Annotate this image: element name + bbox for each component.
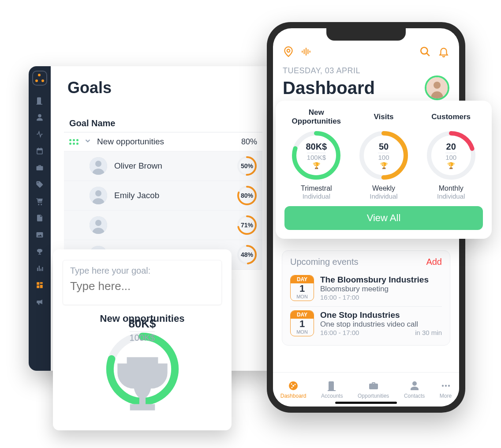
soundwave-icon[interactable] <box>300 46 312 59</box>
gauge[interactable]: New Opportunities 80K$ 100K$ 🏆 Trimestra… <box>284 108 348 200</box>
search-icon[interactable] <box>419 46 431 59</box>
calendar-icon[interactable] <box>35 147 44 155</box>
person-pct: 71% <box>237 215 257 235</box>
user-icon <box>409 380 420 392</box>
dashboard-icon[interactable] <box>35 281 44 290</box>
day-chip: DAY 1 MON <box>290 310 314 336</box>
home-indicator[interactable] <box>335 402 397 404</box>
svg-point-30 <box>295 384 296 385</box>
tab-label: Accounts <box>321 393 343 399</box>
tab-dashboard[interactable]: Dashboard <box>280 380 307 399</box>
app-logo[interactable] <box>32 71 47 86</box>
event-row[interactable]: DAY 1 MON One Stop Industries One stop i… <box>290 306 442 342</box>
megaphone-icon[interactable] <box>35 297 44 306</box>
svg-rect-19 <box>302 51 303 53</box>
svg-point-18 <box>287 49 290 53</box>
day-chip-dow: MON <box>291 294 314 300</box>
drag-handle-icon[interactable] <box>69 139 79 145</box>
avatar <box>90 187 107 204</box>
svg-point-1 <box>95 161 101 167</box>
location-icon[interactable] <box>283 46 294 59</box>
events-add-button[interactable]: Add <box>426 257 442 267</box>
gauge-value: 20 <box>446 142 456 152</box>
upcoming-events-card: Upcoming events Add DAY 1 MON The Blooms… <box>282 250 450 346</box>
svg-point-34 <box>448 385 449 387</box>
tab-opportunities[interactable]: Opportunities <box>358 380 389 399</box>
tab-label: Opportunities <box>358 393 389 399</box>
tab-contacts[interactable]: Contacts <box>404 380 425 399</box>
gauge-target: 100 <box>378 153 389 161</box>
gauge-title: Visits <box>352 108 416 126</box>
view-all-button[interactable]: View All <box>284 206 483 230</box>
svg-rect-21 <box>306 48 307 55</box>
event-row[interactable]: DAY 1 MON The Bloomsbury Industries Bloo… <box>290 271 442 306</box>
page-title: Goals <box>64 79 262 97</box>
cart-icon[interactable] <box>35 197 44 206</box>
person-progress-ring: 48% <box>237 245 257 265</box>
goal-person-row[interactable]: 71% <box>64 211 262 240</box>
gauge-period: Weekly <box>352 184 416 192</box>
gauge-ring: 50 100 🏆 <box>357 129 410 182</box>
events-title: Upcoming events <box>290 257 359 267</box>
goal-card-gauge: 80K$ 100K$ <box>105 331 180 407</box>
person-name: Oliver Brown <box>114 161 162 171</box>
event-title: The Bloomsbury Industries <box>320 275 442 285</box>
gauge-ring: 20 100 🏆 <box>425 129 478 182</box>
goal-input-box: Type here your goal: <box>63 260 222 305</box>
trophy-icon[interactable] <box>35 247 44 256</box>
phone-date: TUESDAY, 03 APRIL <box>273 59 459 75</box>
image-icon[interactable] <box>35 230 44 239</box>
event-subtitle: One stop industries video call <box>320 320 442 329</box>
svg-point-24 <box>421 47 427 54</box>
tag-icon[interactable] <box>35 180 44 189</box>
svg-point-26 <box>434 82 441 89</box>
person-progress-ring: 80% <box>237 185 257 206</box>
gauge-target: 100 <box>445 153 456 161</box>
document-icon[interactable] <box>35 214 44 222</box>
person-pct: 80% <box>237 185 257 206</box>
svg-point-32 <box>441 385 443 387</box>
svg-point-33 <box>445 385 446 387</box>
goal-person-row[interactable]: Oliver Brown 50% <box>64 151 262 181</box>
svg-point-5 <box>95 190 101 196</box>
gauge-scope: Individual <box>352 192 416 200</box>
building-icon[interactable] <box>35 96 44 105</box>
goal-input-card: Type here your goal: New opportunities 8… <box>53 249 232 430</box>
svg-point-29 <box>291 384 292 385</box>
goal-person-row[interactable]: Emily Jacob 80% <box>64 181 262 211</box>
user-icon[interactable] <box>35 113 44 122</box>
tab-more[interactable]: More <box>440 380 452 399</box>
profile-avatar[interactable] <box>425 75 449 100</box>
more-icon <box>440 380 452 392</box>
gauge[interactable]: Visits 50 100 🏆 Weekly Individual <box>352 108 416 200</box>
gauge-title: Customers <box>419 108 483 126</box>
chevron-down-icon[interactable] <box>84 137 92 147</box>
phone-title: Dashboard <box>283 78 375 98</box>
tab-label: Dashboard <box>280 393 307 399</box>
bell-icon[interactable] <box>438 46 449 59</box>
svg-rect-20 <box>304 49 305 54</box>
gauge-value: 80K$ <box>306 142 327 152</box>
trophy-icon: 🏆 <box>380 162 388 169</box>
event-time: 16:00 - 17:00 <box>320 294 359 301</box>
svg-rect-23 <box>310 51 310 53</box>
person-progress-ring: 50% <box>237 156 257 176</box>
chart-bars-icon[interactable] <box>35 264 44 273</box>
svg-rect-22 <box>307 49 308 54</box>
day-chip: DAY 1 MON <box>290 275 314 301</box>
briefcase-icon[interactable] <box>35 163 44 172</box>
gauge-icon <box>288 380 299 392</box>
building-icon <box>326 380 338 392</box>
activity-icon[interactable] <box>35 130 44 139</box>
goal-input[interactable] <box>70 278 214 299</box>
gauge-value: 50 <box>379 142 389 152</box>
gauge[interactable]: Customers 20 100 🏆 Monthly Individual <box>419 108 483 200</box>
tab-accounts[interactable]: Accounts <box>321 380 343 399</box>
goal-group-row[interactable]: New opportunities 80% <box>64 132 262 151</box>
event-time: 16:00 - 17:00 <box>320 329 359 336</box>
event-body: One Stop Industries One stop industries … <box>320 310 442 336</box>
person-pct: 50% <box>237 156 257 176</box>
svg-point-28 <box>292 385 294 387</box>
day-chip-dow: MON <box>291 329 314 335</box>
person-progress-ring: 71% <box>237 215 257 235</box>
